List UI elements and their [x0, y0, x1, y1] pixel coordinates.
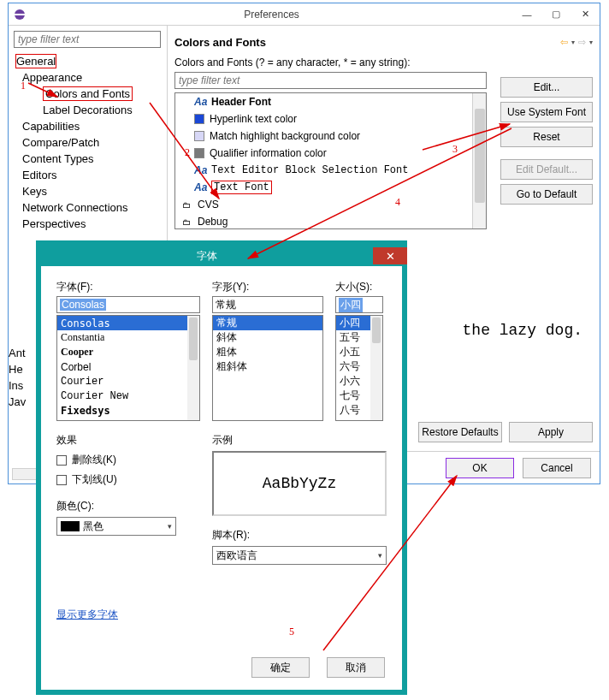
close-button[interactable]: ✕ [571, 5, 600, 24]
effects-label: 效果 [56, 433, 200, 448]
nav-item-colors-fonts[interactable]: Colors and Fonts [14, 86, 163, 102]
underline-checkbox[interactable]: 下划线(U) [56, 472, 200, 487]
nav-item-capabilities[interactable]: Capabilities [14, 118, 163, 134]
list-option[interactable]: Courier New [57, 389, 199, 403]
list-item-label: Match highlight background color [210, 130, 360, 142]
forward-icon[interactable]: ⇨ [576, 37, 588, 48]
minimize-button[interactable]: — [512, 5, 541, 24]
window-title: Preferences [31, 9, 512, 21]
font-size-list[interactable]: 小四五号小五六号小六七号八号 [335, 315, 383, 421]
nav-filter-input[interactable] [14, 31, 161, 48]
back-menu[interactable]: ▾ [571, 39, 575, 46]
color-select[interactable]: 黑色 ▾ [56, 517, 176, 536]
font-list-scrollbar[interactable] [187, 316, 199, 420]
list-v-scrollbar[interactable] [472, 93, 486, 228]
nav-label-colors-fonts: Colors and Fonts [43, 86, 133, 101]
list-item-label: Text Font [211, 181, 272, 194]
restore-defaults-button[interactable]: Restore Defaults [418, 422, 502, 442]
edit-default-button[interactable]: Edit Default... [500, 159, 593, 180]
partial-item: He [9, 361, 33, 377]
use-system-font-button[interactable]: Use System Font [500, 102, 593, 122]
list-item[interactable]: 🗀 Debug [175, 213, 486, 229]
font-family-label: 字体(F): [56, 280, 200, 294]
font-preview-fragment: the lazy dog. [463, 322, 582, 339]
font-style-label: 字形(Y): [212, 280, 323, 294]
nav-item-keys[interactable]: Keys [14, 183, 163, 199]
reset-button[interactable]: Reset [500, 127, 593, 147]
cancel-button[interactable]: Cancel [523, 458, 591, 478]
list-item[interactable]: Hyperlink text color [175, 110, 486, 128]
list-item[interactable]: 🗀 CVS [175, 196, 486, 213]
list-item[interactable]: Match highlight background color [175, 128, 486, 145]
font-dialog-close-button[interactable]: ✕ [373, 247, 407, 264]
font-cancel-button[interactable]: 取消 [327, 657, 385, 678]
scroll-thumb[interactable] [372, 317, 381, 343]
font-dialog-buttons: 确定 取消 [251, 657, 385, 678]
font-ok-button[interactable]: 确定 [251, 657, 310, 678]
right-button-column: Edit... Use System Font Reset Edit Defau… [500, 77, 593, 205]
apply-button[interactable]: Apply [509, 422, 593, 442]
font-size-label: 大小(S): [335, 280, 383, 294]
font-style-input[interactable]: 常规 [212, 296, 323, 313]
list-item[interactable]: Aa Text Editor Block Selection Font [175, 162, 486, 179]
list-option[interactable]: Constantia [57, 330, 199, 345]
items-filter-input[interactable] [174, 72, 487, 89]
list-option[interactable]: Cooper [57, 345, 199, 359]
titlebar: Preferences — ▢ ✕ [9, 3, 600, 26]
list-option[interactable]: Courier [57, 374, 199, 389]
strike-label: 删除线(K) [72, 453, 116, 467]
checkbox-icon [56, 475, 67, 485]
font-style-list[interactable]: 常规斜体粗体粗斜体 [212, 315, 323, 421]
scroll-thumb[interactable] [189, 317, 198, 360]
nav-item-content-types[interactable]: Content Types [14, 151, 163, 167]
list-option[interactable]: 粗体 [213, 345, 322, 359]
size-list-scrollbar[interactable] [370, 316, 382, 420]
chevron-down-icon: ▾ [378, 551, 382, 560]
list-item[interactable]: Qualifier information color [175, 145, 486, 162]
edit-button[interactable]: Edit... [500, 77, 593, 98]
forward-menu[interactable]: ▾ [589, 39, 593, 46]
nav-item-label-decorations[interactable]: Label Decorations [14, 102, 163, 118]
nav-item-perspectives[interactable]: Perspectives [14, 216, 163, 232]
font-family-list[interactable]: ConsolasConstantiaCooperCorbelCourierCou… [56, 315, 200, 421]
go-to-default-button[interactable]: Go to Default [500, 184, 593, 205]
color-value: 黑色 [83, 519, 103, 534]
font-dialog-titlebar: 字体 ✕ [41, 246, 402, 266]
color-label: 颜色(C): [56, 499, 200, 513]
nav-item-editors[interactable]: Editors [14, 167, 163, 183]
colors-fonts-list[interactable]: Aa Header Font Hyperlink text color Matc… [174, 92, 487, 229]
list-item-text-font[interactable]: Aa Text Font [175, 179, 486, 196]
font-family-value: Consolas [60, 299, 106, 311]
font-size-input[interactable]: 小四 [335, 296, 383, 313]
list-option[interactable]: Corbel [57, 359, 199, 374]
list-option[interactable]: 粗斜体 [213, 359, 322, 374]
font-icon: Aa [194, 181, 206, 193]
color-swatch-icon [194, 131, 204, 141]
nav-item-general[interactable]: General [14, 53, 163, 69]
list-option[interactable]: 常规 [213, 316, 322, 330]
nav-item-appearance[interactable]: Appearance [14, 69, 163, 86]
ok-button[interactable]: OK [446, 458, 514, 478]
scroll-thumb[interactable] [475, 109, 485, 203]
list-option[interactable]: Fixedsys [57, 403, 199, 418]
history-nav: ⇦▾ ⇨▾ [559, 37, 593, 48]
more-fonts-link[interactable]: 显示更多字体 [56, 608, 118, 620]
list-option[interactable]: 斜体 [213, 330, 322, 345]
list-option[interactable]: Consolas [57, 316, 199, 330]
maximize-button[interactable]: ▢ [541, 5, 571, 24]
strikethrough-checkbox[interactable]: 删除线(K) [56, 453, 200, 467]
font-style-value: 常规 [216, 298, 236, 312]
list-item[interactable]: Aa Header Font [175, 93, 486, 110]
font-family-input[interactable]: Consolas [56, 296, 200, 313]
stage: Preferences — ▢ ✕ General Appearance Col… [0, 0, 609, 700]
nav-item-network[interactable]: Network Connections [14, 199, 163, 216]
color-swatch-icon [194, 114, 204, 124]
back-icon[interactable]: ⇦ [559, 37, 570, 48]
category-icon: 🗀 [180, 216, 192, 228]
sample-label: 示例 [212, 433, 387, 448]
script-select[interactable]: 西欧语言 ▾ [212, 546, 387, 565]
sample-box: AaBbYyZz [212, 451, 387, 516]
font-icon: Aa [194, 96, 206, 108]
list-item-label: Text Editor Block Selection Font [211, 164, 408, 176]
nav-item-compare[interactable]: Compare/Patch [14, 134, 163, 151]
